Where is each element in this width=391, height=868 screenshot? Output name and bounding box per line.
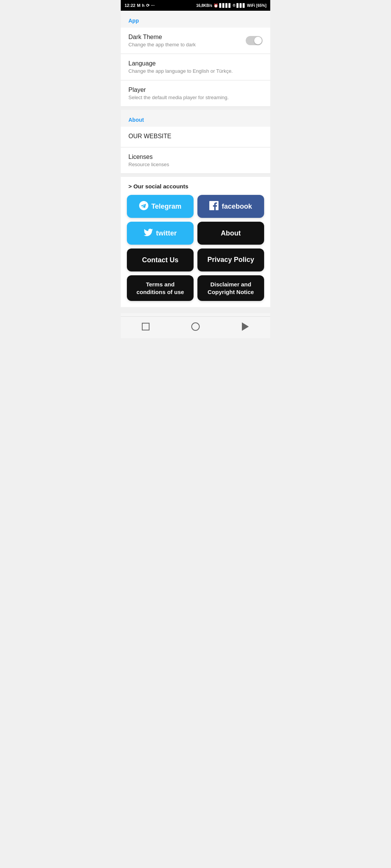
data-speed: 16,8KB/s	[196, 3, 212, 8]
terms-label: Terms and conditions of use	[131, 281, 190, 296]
terms-button[interactable]: Terms and conditions of use	[127, 275, 194, 301]
telegram-icon	[139, 201, 148, 212]
nav-bar	[121, 316, 270, 338]
signal2-icon: ▋▋▋	[237, 3, 246, 8]
battery-icon: [65%]	[256, 3, 266, 8]
telegram-button[interactable]: Telegram	[127, 195, 194, 218]
dark-theme-title: Dark Theme	[128, 34, 196, 41]
signal-icon: ▋▋▋▋	[219, 3, 232, 8]
nav-back-button[interactable]	[240, 321, 251, 332]
twitter-button[interactable]: twitter	[127, 222, 194, 245]
contact-button[interactable]: Contact Us	[127, 248, 194, 271]
dark-theme-item[interactable]: Dark Theme Change the app theme to dark	[121, 28, 270, 54]
dark-theme-text: Dark Theme Change the app theme to dark	[128, 34, 196, 47]
language-title: Language	[128, 60, 233, 67]
telegram-label: Telegram	[151, 203, 182, 211]
our-website-title: OUR WEBSITE	[128, 133, 171, 140]
section-divider-1	[121, 107, 270, 110]
social-title: > Our social accounts	[127, 183, 264, 190]
mail-icon: M	[137, 3, 140, 8]
licenses-item[interactable]: Licenses Resource licenses	[121, 147, 270, 174]
language-subtitle: Change the app language to English or Tü…	[128, 68, 233, 74]
player-title: Player	[128, 87, 229, 93]
nav-home-button[interactable]	[190, 321, 201, 332]
nav-recents-button[interactable]	[140, 321, 151, 332]
status-left: 12:22 M h ⟳ ···	[125, 3, 154, 8]
section-divider-3	[121, 307, 270, 313]
disclaimer-button[interactable]: Disclaimer and Copyright Notice	[197, 275, 264, 301]
sync-icon: ⟳	[146, 3, 150, 8]
notification-icon: h	[142, 3, 145, 8]
dark-theme-toggle[interactable]	[246, 36, 263, 45]
alarm-icon: ⏰	[214, 3, 218, 8]
player-item[interactable]: Player Select the default media player f…	[121, 80, 270, 107]
about-section-header: About	[121, 110, 270, 127]
social-grid: Telegram facebook twitter	[127, 195, 264, 301]
dark-theme-subtitle: Change the app theme to dark	[128, 42, 196, 47]
licenses-title: Licenses	[128, 154, 169, 160]
nav-circle-icon	[191, 322, 200, 331]
privacy-policy-button[interactable]: Privacy Policy	[197, 248, 264, 271]
wifi-icon: WiFi	[247, 3, 255, 8]
privacy-label: Privacy Policy	[207, 255, 254, 264]
about-label: About	[221, 229, 241, 237]
about-button[interactable]: About	[197, 222, 264, 245]
facebook-icon	[209, 201, 219, 212]
our-website-item[interactable]: OUR WEBSITE	[121, 127, 270, 147]
player-subtitle: Select the default media player for stre…	[128, 95, 229, 100]
licenses-subtitle: Resource licenses	[128, 162, 169, 167]
facebook-button[interactable]: facebook	[197, 195, 264, 218]
content: App Dark Theme Change the app theme to d…	[121, 11, 270, 338]
language-item[interactable]: Language Change the app language to Engl…	[121, 54, 270, 80]
nav-square-icon	[142, 323, 150, 330]
facebook-label: facebook	[222, 203, 252, 211]
licenses-text: Licenses Resource licenses	[128, 154, 169, 167]
twitter-icon	[144, 228, 153, 239]
language-text: Language Change the app language to Engl…	[128, 60, 233, 74]
contact-label: Contact Us	[142, 256, 178, 264]
registered-icon: ®	[233, 3, 235, 8]
app-section-header: App	[121, 11, 270, 28]
disclaimer-label: Disclaimer and Copyright Notice	[201, 281, 260, 296]
more-icon: ···	[151, 3, 154, 8]
social-section: > Our social accounts Telegram face	[121, 177, 270, 307]
twitter-label: twitter	[156, 229, 177, 237]
our-website-text: OUR WEBSITE	[128, 133, 171, 141]
time: 12:22	[125, 3, 135, 8]
status-right: 16,8KB/s ⏰ ▋▋▋▋ ® ▋▋▋ WiFi [65%]	[196, 3, 266, 8]
player-text: Player Select the default media player f…	[128, 87, 229, 100]
section-divider-2	[121, 174, 270, 177]
status-bar: 12:22 M h ⟳ ··· 16,8KB/s ⏰ ▋▋▋▋ ® ▋▋▋ Wi…	[121, 0, 270, 11]
nav-triangle-icon	[242, 322, 249, 331]
